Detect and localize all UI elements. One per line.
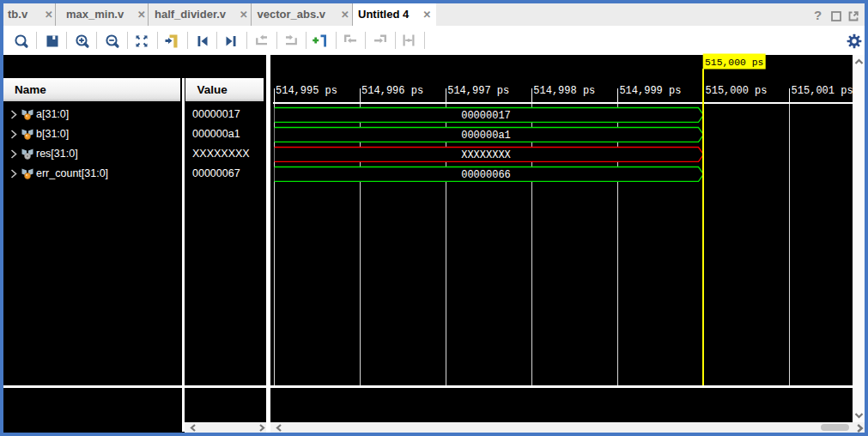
svg-text:515,000 ps: 515,000 ps bbox=[705, 58, 763, 68]
svg-text:00000017: 00000017 bbox=[461, 110, 511, 122]
svg-text:000000a1: 000000a1 bbox=[461, 130, 511, 142]
svg-text:514,998 ps: 514,998 ps bbox=[533, 85, 595, 97]
svg-text:514,999 ps: 514,999 ps bbox=[619, 85, 681, 97]
svg-text:514,995 ps: 514,995 ps bbox=[276, 85, 337, 97]
svg-text:515,000 ps: 515,000 ps bbox=[706, 85, 768, 97]
svg-text:514,997 ps: 514,997 ps bbox=[447, 85, 509, 97]
svg-text:00000066: 00000066 bbox=[461, 169, 511, 181]
svg-text:514,996 ps: 514,996 ps bbox=[361, 85, 423, 97]
svg-text:515,001 ps: 515,001 ps bbox=[792, 85, 853, 97]
svg-text:XXXXXXXX: XXXXXXXX bbox=[461, 149, 511, 161]
